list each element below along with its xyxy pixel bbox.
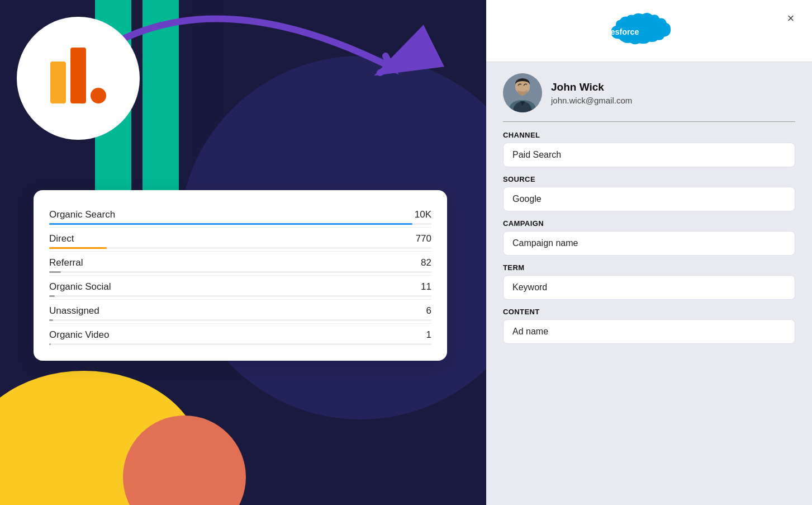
channel-section: CHANNEL Paid Search [503,131,795,167]
analytics-row: Direct 770 [49,228,431,252]
salesforce-cloud-icon: salesforce [599,11,700,50]
content-value: Ad name [503,319,795,344]
term-value: Keyword [503,275,795,300]
right-panel: salesforce × [486,0,812,505]
salesforce-logo: salesforce [599,11,700,50]
analytics-value: 11 [421,281,431,292]
analytics-row: Organic Video 1 [49,324,431,347]
campaign-value: Campaign name [503,231,795,256]
user-info: John Wick john.wick@gmail.com [551,81,632,105]
channel-value: Paid Search [503,143,795,167]
analytics-bar-container [49,343,431,345]
channel-label: CHANNEL [503,131,795,139]
analytics-bar-fill [49,295,55,297]
source-value: Google [503,187,795,211]
analytics-bar-fill [49,271,61,273]
analytics-card: Organic Search 10K Direct 770 [34,190,447,361]
analytics-label: Unassigned [49,305,99,317]
analytics-bar-container [49,271,431,273]
salesforce-header: salesforce × [486,0,812,62]
content-section: CONTENT Ad name [503,308,795,344]
analytics-label: Organic Video [49,329,109,341]
user-profile-row: John Wick john.wick@gmail.com [503,73,795,122]
analytics-row: Unassigned 6 [49,300,431,324]
analytics-value: 1 [426,329,431,341]
analytics-row: Organic Social 11 [49,276,431,300]
panel-content: John Wick john.wick@gmail.com CHANNEL Pa… [486,62,812,505]
user-name: John Wick [551,81,632,93]
analytics-bar-container [49,295,431,297]
content-label: CONTENT [503,308,795,316]
analytics-bar-fill [49,343,51,345]
analytics-bar-fill [49,319,53,321]
term-label: TERM [503,263,795,272]
ga-bar-tall [50,62,66,103]
analytics-table: Organic Search 10K Direct 770 [49,204,431,347]
campaign-label: CAMPAIGN [503,219,795,228]
analytics-label: Organic Social [49,281,111,292]
analytics-bar-fill [49,247,107,249]
analytics-label: Referral [49,257,83,268]
analytics-value: 770 [416,233,431,244]
ga-bars [50,48,106,109]
analytics-bar-container [49,319,431,321]
analytics-bar-fill [49,223,412,225]
analytics-value: 10K [415,209,431,220]
analytics-label: Organic Search [49,209,115,220]
ga-dot [91,88,106,103]
user-email: john.wick@gmail.com [551,96,632,105]
term-section: TERM Keyword [503,263,795,300]
ga-bar-taller [70,48,86,103]
green-stripe-2 [143,0,179,213]
analytics-bar-container [49,223,431,225]
campaign-section: CAMPAIGN Campaign name [503,219,795,256]
source-section: SOURCE Google [503,175,795,211]
source-label: SOURCE [503,175,795,183]
analytics-row: Organic Search 10K [49,204,431,228]
analytics-bar-container [49,247,431,249]
svg-text:salesforce: salesforce [599,27,639,36]
analytics-value: 82 [421,257,431,268]
analytics-row: Referral 82 [49,252,431,276]
ga-icon-container [17,17,140,140]
analytics-label: Direct [49,233,74,244]
close-button[interactable]: × [781,8,801,29]
analytics-value: 6 [426,305,431,317]
user-avatar [503,73,542,112]
